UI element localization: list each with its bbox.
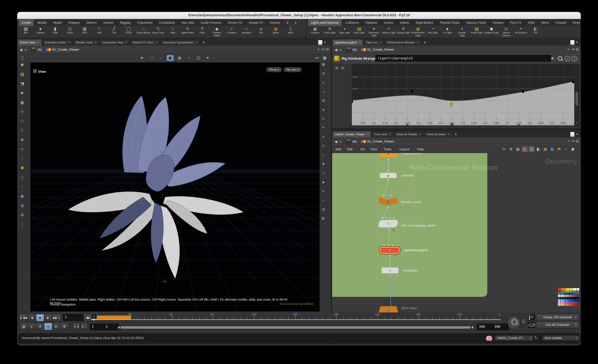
palette-swatch[interactable] — [570, 295, 572, 297]
node-input-dot[interactable] — [397, 245, 398, 246]
palette-swatch[interactable] — [577, 301, 579, 304]
points-display-icon[interactable]: ✦ — [320, 134, 326, 139]
ramp-delete-point-button[interactable]: ✕ — [334, 65, 340, 71]
palette-swatch[interactable] — [577, 293, 579, 295]
channels-icon[interactable] — [528, 322, 535, 328]
shelf-tab-model[interactable]: Model — [50, 19, 65, 26]
node-foreach_end1[interactable]: ▣Block Endforeach_end1Merge — [378, 197, 398, 206]
palette-swatch[interactable] — [577, 304, 579, 306]
shelf-tool-ambient-light[interactable]: ◙Ambient Light — [484, 26, 499, 38]
shelf-tab-crowds[interactable]: Crowds — [552, 19, 569, 26]
memory-brain-icon[interactable] — [486, 336, 492, 341]
shelf-tab-oceans[interactable]: Oceans — [490, 19, 507, 26]
palette-swatch[interactable] — [570, 290, 572, 292]
palette-swatch[interactable] — [567, 290, 570, 292]
play-button[interactable]: ▶ — [44, 314, 52, 322]
go-to-start-button[interactable]: ▎◀◀ — [20, 314, 28, 322]
palette-swatch[interactable] — [558, 297, 560, 299]
multi-snap-icon[interactable]: ▤ — [320, 98, 326, 103]
menu-go[interactable]: Go — [361, 147, 365, 151]
shelf-tab-add-tab-icon[interactable]: + — [283, 19, 291, 26]
close-tab-icon[interactable]: ✕ — [380, 39, 382, 46]
torus-tool-icon[interactable]: ◎ — [19, 174, 26, 180]
pane-menu-icon[interactable]: ▼ — [576, 40, 578, 45]
pane-splitter-vertical[interactable] — [331, 39, 332, 345]
shelf-tool-stereo-camera[interactable]: ◘Stereo Camera — [499, 26, 514, 38]
shelf-tool-tube[interactable]: ▮Tube — [48, 26, 63, 38]
shelf-tool-null[interactable]: ✛Null — [92, 26, 107, 38]
lasso-select-icon[interactable]: ◌ — [157, 55, 164, 61]
node-input-dot[interactable] — [389, 217, 391, 219]
globe-tool-icon[interactable]: ⊕ — [19, 212, 26, 218]
shelf-tool-grid[interactable]: ▦Grid — [77, 26, 92, 38]
shelf-tool-camera[interactable]: ▣Camera — [308, 26, 323, 38]
node-info-icon[interactable]: ◧ — [535, 146, 541, 152]
secure-selection-tool-icon[interactable]: ▣ — [19, 99, 26, 105]
tab-rigattribwrangle3[interactable]: rigattribwrangle3✕ — [332, 39, 363, 46]
palette-swatch[interactable] — [570, 297, 572, 299]
normals-icon[interactable]: △ — [320, 153, 326, 157]
shelf-tab-simple-fx[interactable]: Simple FX — [246, 19, 266, 26]
group-list-icon[interactable]: ▥ — [320, 207, 326, 212]
shelf-tool-gi-light[interactable]: ●GI Light — [440, 26, 455, 38]
realtime-clock-icon[interactable]: ◷ — [44, 323, 52, 330]
pane-maximize-icon[interactable] — [570, 40, 574, 45]
palette-swatch[interactable] — [560, 299, 563, 301]
tab-material-palette[interactable]: Material Palette✕ — [394, 131, 424, 138]
palette-swatch[interactable] — [567, 295, 570, 297]
menu-view[interactable]: View — [370, 147, 377, 151]
close-tab-icon[interactable]: ✕ — [419, 131, 421, 138]
node-copytopoints1[interactable]: ✦copytopoints1 — [380, 153, 397, 157]
nav-back-icon[interactable]: ◀ — [18, 47, 24, 52]
shelf-tool-file[interactable]: ▰File — [254, 26, 268, 38]
sculpt-tool-icon[interactable]: ♥ — [19, 146, 26, 152]
shelf-tab-rigging[interactable]: Rigging — [117, 19, 134, 26]
range-end-field[interactable]: 300 — [477, 324, 493, 330]
show-handles-icon[interactable]: ✱ — [19, 62, 26, 68]
stop-button[interactable]: ▮ — [36, 314, 44, 322]
shelf-tab-pyro-fx[interactable]: Pyro FX — [507, 19, 524, 26]
handle-tag-icon[interactable]: ⬔ — [19, 81, 26, 87]
palette-swatch[interactable] — [565, 301, 567, 304]
shelf-tool-point-light[interactable]: ✳Point Light — [323, 26, 337, 38]
pane-splitter-horizontal[interactable] — [332, 128, 581, 131]
shelf-tab-vellum[interactable]: Vellum — [397, 19, 412, 26]
material-ball-icon[interactable]: ◍ — [19, 202, 26, 208]
update-mode-dropdown[interactable]: Auto Update▲▼ — [542, 335, 579, 340]
palette-swatch[interactable] — [572, 301, 574, 304]
tab-animation-editor[interactable]: Animation Editor✕ — [42, 39, 73, 46]
comb-tool-icon[interactable]: ⚉ — [19, 165, 26, 171]
shelf-tool-path[interactable]: ∿Path — [166, 26, 180, 38]
find-icon[interactable]: ○ — [563, 146, 569, 152]
palette-swatch[interactable] — [558, 299, 560, 301]
current-node-path[interactable]: 01_Create_Flower — [367, 139, 394, 143]
shelf-tab-volume[interactable]: Volume — [267, 19, 283, 26]
palette-swatch[interactable] — [567, 304, 570, 306]
shelf-tab-create[interactable]: Create — [18, 19, 34, 26]
overview-eye-icon[interactable]: ◉ — [570, 146, 576, 152]
palette-swatch[interactable] — [565, 304, 567, 306]
nav-forward-icon[interactable]: ▶ — [338, 139, 343, 144]
palette-swatch[interactable] — [560, 288, 563, 290]
palette-swatch[interactable] — [567, 288, 570, 290]
motion-fx-icon[interactable]: ✣ — [60, 323, 68, 330]
shelf-tab-drive-simulation[interactable]: Drive Simulation — [570, 19, 581, 26]
node-input-dot[interactable] — [390, 195, 392, 196]
palette-swatch[interactable] — [560, 290, 563, 292]
link-target-icon[interactable]: ◎ — [576, 47, 579, 51]
palette-swatch[interactable] — [560, 297, 563, 299]
shelf-tab-collisions[interactable]: Collisions — [342, 19, 362, 26]
palette-swatch[interactable] — [565, 297, 567, 299]
shelf-tool-platonic-solids[interactable]: ◆Platonic Solids — [209, 26, 224, 38]
shelf-tool-curve-bezier[interactable]: ∿Curve Bezier — [136, 26, 151, 38]
tab-performance-monitor[interactable]: Performance Monitor✕ — [384, 39, 421, 46]
sticky-note-icon[interactable]: ▤ — [542, 146, 548, 152]
node-input-dot[interactable] — [385, 217, 387, 219]
view-tool-icon[interactable]: ◉ — [19, 193, 26, 199]
node-input-dot[interactable] — [388, 245, 389, 246]
shelf-tab-particles[interactable]: Particles — [362, 19, 381, 26]
palette-swatch[interactable] — [563, 293, 565, 295]
menu-tools[interactable]: Tools — [384, 147, 391, 151]
palette-swatch[interactable] — [572, 304, 574, 306]
palette-swatch[interactable] — [565, 299, 567, 301]
